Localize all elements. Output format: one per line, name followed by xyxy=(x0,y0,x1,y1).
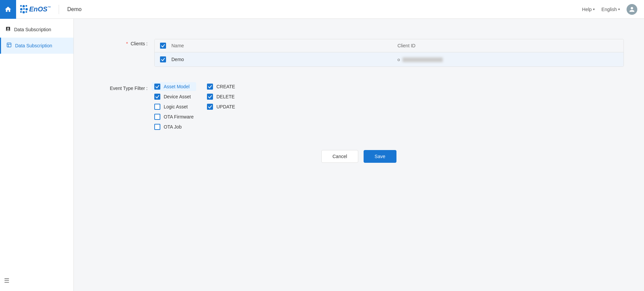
event-item-asset-model: Asset Model xyxy=(152,82,196,91)
clients-row: * Clients : Name Client ID xyxy=(94,32,624,74)
col-header-name: Name xyxy=(171,43,392,48)
logo-dot xyxy=(22,5,25,7)
delete-label: DELETE xyxy=(216,94,234,99)
event-type-row: Event Type Filter : Asset Model De xyxy=(94,77,624,137)
event-item-ota-job: OTA Job xyxy=(154,124,194,130)
client-name: Demo xyxy=(171,57,392,62)
clients-table: Name Client ID Demo o xyxy=(154,39,624,67)
logo-dot xyxy=(20,8,22,10)
nav-divider xyxy=(59,5,59,14)
dropdown-arrow-icon: ▾ xyxy=(593,7,595,11)
sidebar-parent-label: Data Subscription xyxy=(14,27,51,32)
client-id: o xyxy=(397,57,618,62)
main-layout: Data Subscription Data Subscription ☰ * … xyxy=(0,19,644,291)
row-checkbox-wrap xyxy=(160,56,166,62)
home-button[interactable] xyxy=(0,0,16,19)
logo-dot xyxy=(20,5,22,7)
collapse-icon: ☰ xyxy=(4,277,9,284)
client-id-blurred xyxy=(402,57,443,62)
event-item-logic-asset: Logic Asset xyxy=(154,104,194,110)
ota-job-label: OTA Job xyxy=(164,124,181,130)
sidebar-item-data-subscription-parent[interactable]: Data Subscription xyxy=(0,21,73,38)
sidebar-bottom-toggle[interactable]: ☰ xyxy=(4,277,9,284)
device-asset-label: Device Asset xyxy=(164,94,191,99)
logo-dot xyxy=(25,5,27,7)
sidebar: Data Subscription Data Subscription ☰ xyxy=(0,19,74,291)
ota-firmware-checkbox[interactable] xyxy=(154,114,160,120)
clients-table-header: Name Client ID xyxy=(155,39,624,52)
col-header-clientid: Client ID xyxy=(397,43,618,48)
help-link[interactable]: Help ▾ xyxy=(582,7,595,12)
nav-left: EnOS™ Demo xyxy=(7,0,582,19)
update-checkbox[interactable] xyxy=(207,104,213,110)
user-avatar[interactable] xyxy=(627,4,637,15)
device-asset-checkbox[interactable] xyxy=(154,94,160,100)
client-row: Demo o xyxy=(155,52,624,66)
event-item-delete: DELETE xyxy=(207,94,235,100)
dropdown-arrow-icon: ▾ xyxy=(618,7,620,11)
event-item-ota-firmware: OTA Firmware xyxy=(154,114,194,120)
asset-model-label: Asset Model xyxy=(164,84,190,89)
main-content: * Clients : Name Client ID xyxy=(74,19,644,291)
logo-dot xyxy=(25,8,28,10)
event-item-create: CREATE xyxy=(207,84,235,90)
subscription-icon xyxy=(5,26,11,33)
nav-right: Help ▾ English ▾ xyxy=(582,4,637,15)
create-label: CREATE xyxy=(216,84,235,89)
asset-model-checkbox[interactable] xyxy=(154,84,160,90)
event-item-device-asset: Device Asset xyxy=(154,94,194,100)
logo-dots xyxy=(20,5,28,13)
logic-asset-checkbox[interactable] xyxy=(154,104,160,110)
ota-job-checkbox[interactable] xyxy=(154,124,160,130)
event-type-label: Event Type Filter : xyxy=(94,84,148,91)
cancel-button[interactable]: Cancel xyxy=(321,150,358,163)
logo-dot xyxy=(22,11,25,13)
logo-dot xyxy=(20,11,22,13)
select-all-checkbox[interactable] xyxy=(160,43,166,49)
clients-label: * Clients : xyxy=(94,39,148,46)
event-filter-options: Asset Model Device Asset Logic Asset xyxy=(154,84,235,130)
logo-dot xyxy=(25,11,27,13)
logo: EnOS™ xyxy=(20,5,51,13)
row-checkbox[interactable] xyxy=(160,56,166,62)
create-checkbox[interactable] xyxy=(207,84,213,90)
app-title: Demo xyxy=(67,6,82,12)
action-buttons: Cancel Save xyxy=(94,137,624,169)
logo-dot xyxy=(23,8,25,10)
event-item-update: UPDATE xyxy=(207,104,235,110)
ota-firmware-label: OTA Firmware xyxy=(164,114,194,119)
event-types-right: CREATE DELETE UPDATE xyxy=(207,84,235,130)
logo-wordmark: EnOS™ xyxy=(29,5,51,13)
delete-checkbox[interactable] xyxy=(207,94,213,100)
logic-asset-label: Logic Asset xyxy=(164,104,188,109)
language-selector[interactable]: English ▾ xyxy=(601,7,620,12)
svg-rect-0 xyxy=(7,43,11,47)
event-types-left: Asset Model Device Asset Logic Asset xyxy=(154,84,194,130)
top-navigation: EnOS™ Demo Help ▾ English ▾ xyxy=(0,0,644,19)
required-indicator: * xyxy=(126,41,128,46)
enos-logo: EnOS™ xyxy=(20,5,51,13)
subscription-child-icon xyxy=(6,42,12,49)
update-label: UPDATE xyxy=(216,104,235,109)
sidebar-child-label: Data Subscription xyxy=(15,43,52,48)
sidebar-item-data-subscription[interactable]: Data Subscription xyxy=(0,38,73,54)
header-checkbox-wrap xyxy=(160,43,166,49)
save-button[interactable]: Save xyxy=(364,150,396,163)
